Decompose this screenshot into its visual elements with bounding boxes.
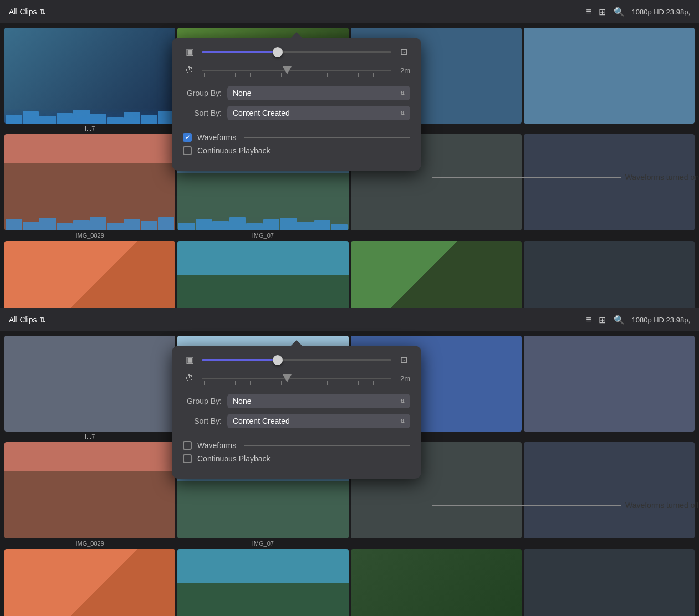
grid-view-icon-1[interactable]: ⊞ (599, 7, 606, 17)
clip-item[interactable]: IMG_0322 (177, 241, 348, 308)
clip-size-small-icon-2: ▣ (183, 355, 196, 365)
duration-value-2: 2m (397, 374, 410, 383)
all-clips-button-2[interactable]: All Clips ⇅ (9, 315, 579, 324)
clip-thumb (4, 241, 175, 308)
clip-size-large-icon: ⊡ (397, 47, 410, 57)
group-by-arrow-icon: ⇅ (400, 90, 405, 96)
clip-item[interactable]: IMG_0322 (177, 549, 348, 616)
list-view-icon-2[interactable]: ≡ (586, 315, 591, 325)
clip-item[interactable]: I...7 (4, 28, 175, 132)
group-by-value: None (233, 89, 251, 97)
clip-thumb (177, 241, 348, 308)
clip-size-track[interactable] (202, 51, 391, 53)
waveforms-off-annotation: Waveforms turned off (432, 501, 699, 510)
clip-thumb (4, 28, 175, 124)
waveforms-line-2 (244, 445, 410, 446)
clip-item[interactable] (524, 442, 695, 546)
clip-size-slider-row: ▣ ⊡ (183, 47, 410, 57)
waveforms-checkbox[interactable]: ✓ (183, 133, 192, 142)
continuous-playback-checkbox[interactable] (183, 146, 192, 155)
continuous-playback-row-2: Continuous Playback (183, 454, 410, 463)
clip-label: I...7 (85, 433, 95, 440)
resolution-label-2: 1080p HD 23.98p, (631, 316, 690, 324)
clip-thumb (524, 241, 695, 308)
tick-marks (202, 64, 391, 77)
duration-track[interactable] (202, 64, 391, 77)
sort-by-row-2: Sort By: Content Created ⇅ (183, 414, 410, 428)
duration-slider-row: ⏱ 2m (183, 64, 410, 77)
continuous-playback-label: Continuous Playback (197, 146, 271, 155)
clip-item[interactable] (524, 134, 695, 238)
toolbar-left-1: All Clips ⇅ (9, 7, 579, 16)
waveforms-label: Waveforms (197, 133, 236, 142)
clip-thumb (4, 134, 175, 230)
waveform-bars (177, 215, 348, 230)
sort-by-value-2: Content Created (233, 417, 290, 425)
group-by-label-2: Group By: (183, 397, 222, 405)
clip-item[interactable]: IMG_0361 (4, 241, 175, 308)
duration-thumb-2[interactable] (283, 374, 292, 382)
clip-item[interactable] (524, 336, 695, 440)
group-by-value-2: None (233, 397, 251, 405)
waveform-bars (4, 215, 175, 230)
clip-size-track-2[interactable] (202, 359, 391, 361)
group-by-row-2: Group By: None ⇅ (183, 394, 410, 408)
all-clips-button-1[interactable]: All Clips ⇅ (9, 7, 579, 16)
search-icon-1[interactable]: 🔍 (614, 7, 625, 17)
all-clips-label-1: All Clips (9, 7, 37, 16)
checkmark-icon: ✓ (185, 134, 190, 141)
clip-item[interactable]: IMG_0829 (4, 442, 175, 546)
group-by-select-2[interactable]: None ⇅ (227, 394, 410, 408)
grid-view-icon-2[interactable]: ⊞ (599, 315, 606, 325)
panel-2: All Clips ⇅ ≡ ⊞ 🔍 1080p HD 23.98p, I...7… (0, 308, 699, 616)
sort-by-row: Sort By: Content Created ⇅ (183, 106, 410, 120)
duration-thumb[interactable] (283, 66, 292, 74)
continuous-playback-checkbox-2[interactable] (183, 454, 192, 463)
clip-label: IMG_0829 (75, 232, 104, 239)
clip-label: IMG_07 (252, 232, 274, 239)
annotation-text-2: Waveforms turned off (625, 501, 699, 510)
group-by-select[interactable]: None ⇅ (227, 86, 410, 100)
clip-thumb (524, 134, 695, 230)
clip-item[interactable]: I...7 (4, 336, 175, 440)
clip-size-large-icon-2: ⊡ (397, 355, 410, 365)
duration-value: 2m (397, 66, 410, 75)
clip-size-thumb-2[interactable] (273, 355, 283, 365)
clip-item[interactable]: IMG_0298 (351, 549, 522, 616)
waveforms-checkbox-2[interactable] (183, 441, 192, 450)
clip-thumb (4, 549, 175, 616)
panel-1: All Clips ⇅ ≡ ⊞ 🔍 1080p HD 23.98p, (0, 0, 699, 308)
sort-by-select[interactable]: Content Created ⇅ (227, 106, 410, 120)
duration-track-2[interactable] (202, 372, 391, 385)
all-clips-chevron-icon-1: ⇅ (39, 7, 46, 16)
clip-thumb (524, 336, 695, 432)
list-view-icon-1[interactable]: ≡ (586, 7, 591, 17)
clip-size-slider-row-2: ▣ ⊡ (183, 355, 410, 365)
clip-item[interactable] (524, 28, 695, 132)
clip-label: IMG_07 (252, 540, 274, 547)
clip-item[interactable] (524, 241, 695, 308)
clip-thumb (351, 549, 522, 616)
waveforms-on-annotation: Waveforms turned on (432, 173, 699, 182)
all-clips-label-2: All Clips (9, 315, 37, 324)
clip-item[interactable] (524, 549, 695, 616)
waveforms-row: ✓ Waveforms (183, 133, 410, 142)
clip-thumb (524, 549, 695, 616)
clip-item[interactable]: IMG_0829 (4, 134, 175, 238)
waveforms-line (244, 137, 410, 138)
popup-1: ▣ ⊡ ⏱ 2m (172, 38, 421, 171)
sort-by-arrow-icon: ⇅ (400, 110, 405, 116)
clip-thumb (351, 241, 522, 308)
annotation-line (432, 177, 621, 178)
toolbar-1: All Clips ⇅ ≡ ⊞ 🔍 1080p HD 23.98p, (0, 0, 699, 23)
sort-by-select-2[interactable]: Content Created ⇅ (227, 414, 410, 428)
search-icon-2[interactable]: 🔍 (614, 315, 625, 325)
clip-item[interactable]: IMG_0361 (4, 549, 175, 616)
clip-size-thumb[interactable] (273, 47, 283, 57)
continuous-playback-label-2: Continuous Playback (197, 454, 271, 463)
clip-thumb (177, 549, 348, 616)
duration-slider-row-2: ⏱ 2m (183, 372, 410, 385)
clip-item[interactable]: IMG_0298 (351, 241, 522, 308)
waveform-bars (4, 108, 175, 124)
clip-size-small-icon: ▣ (183, 47, 196, 57)
